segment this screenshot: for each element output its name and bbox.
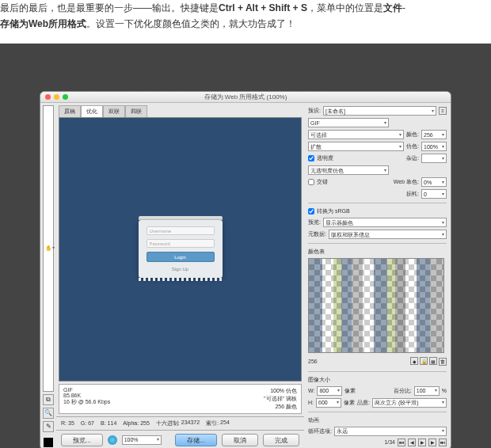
dark-backdrop: 存储为 Web 所用格式 (100%) ✋ ⧉ 🔍 ✎ 原稿 优化 双联 四联 … xyxy=(0,44,491,448)
quality-label: 品质: xyxy=(357,399,370,407)
cancel-button[interactable]: 取消 xyxy=(222,434,258,446)
loss-input[interactable]: 0 xyxy=(421,189,447,199)
colortable-label: 颜色表 xyxy=(308,248,325,256)
bottom-bar: 预览... 100% 存储... 取消 完成 xyxy=(56,430,304,449)
h-label: H: xyxy=(308,400,314,405)
loop-label: 循环选项: xyxy=(308,427,332,435)
done-button[interactable]: 完成 xyxy=(263,434,299,446)
settings-panel: 预设:[未命名]≡ GIF 可选择颜色:256 扩散仿色:100% 透明度杂边:… xyxy=(304,103,451,448)
stat-speed: 16 秒 @ 56.6 Kbps xyxy=(63,398,110,406)
quality-select[interactable]: 两次立方 (较平滑) xyxy=(372,398,447,408)
titlebar: 存储为 Web 所用格式 (100%) xyxy=(40,92,451,103)
format-select[interactable]: GIF xyxy=(308,118,389,127)
frame-indicator: 1/34 xyxy=(384,439,395,445)
interlaced-checkbox[interactable]: 交错 xyxy=(308,178,328,186)
animation-label: 动画 xyxy=(308,416,319,424)
first-frame-icon[interactable]: ⏮ xyxy=(398,439,405,446)
login-form-art: Username Password Login Sign Up xyxy=(139,220,223,278)
colors-input[interactable]: 256 xyxy=(421,130,447,139)
preview-tabs: 原稿 优化 双联 四联 xyxy=(56,103,304,117)
previewas-label: 预览: xyxy=(308,218,321,226)
dither-select[interactable]: 扩散 xyxy=(308,142,404,151)
loss-label: 损耗: xyxy=(406,190,419,198)
next-frame-icon[interactable]: ▶ xyxy=(428,439,436,446)
login-button-art: Login xyxy=(147,252,215,262)
last-frame-icon[interactable]: ⏭ xyxy=(439,439,447,446)
dialog-title: 存储为 Web 所用格式 (100%) xyxy=(40,93,451,101)
eyedropper-color[interactable] xyxy=(44,438,53,447)
prev-frame-icon[interactable]: ◀ xyxy=(408,439,416,446)
matte-select[interactable] xyxy=(421,154,447,163)
tab-original[interactable]: 原稿 xyxy=(59,105,81,117)
websnap-label: Web 靠色: xyxy=(394,178,419,186)
ct-delete-icon[interactable]: 🗑 xyxy=(439,358,447,366)
preview-canvas[interactable]: Username Password Login Sign Up xyxy=(59,117,302,382)
tab-2up[interactable]: 双联 xyxy=(103,105,125,117)
stat-palette: "可选择" 调板 xyxy=(264,395,297,403)
username-input: Username xyxy=(147,226,215,235)
websnap-input[interactable]: 0% xyxy=(421,177,447,187)
browser-preview-icon[interactable] xyxy=(108,435,117,445)
preset-label: 预设: xyxy=(308,107,321,115)
preset-select[interactable]: [未命名] xyxy=(323,106,436,116)
height-input[interactable]: 600 xyxy=(316,398,341,408)
preview-stats: GIF 85.86K 16 秒 @ 56.6 Kbps 100% 仿色 "可选择… xyxy=(59,384,302,414)
percent-input[interactable]: 100 xyxy=(414,386,440,396)
width-input[interactable]: 800 xyxy=(317,386,342,396)
w-label: W: xyxy=(308,388,314,393)
status-bar: R:35 G:67 B:114 Alpha:255 十六进制:234372 索引… xyxy=(56,416,304,430)
previewas-select[interactable]: 显示器颜色 xyxy=(323,218,447,227)
stat-format: GIF xyxy=(63,387,110,393)
dither-amt-input[interactable]: 100% xyxy=(421,142,447,151)
preset-menu-icon[interactable]: ≡ xyxy=(439,107,447,115)
metadata-select[interactable]: 版权和联系信息 xyxy=(329,230,447,239)
loop-select[interactable]: 永远 xyxy=(334,427,447,436)
imagesize-label: 图像大小 xyxy=(308,376,330,384)
signup-link-art: Sign Up xyxy=(147,267,215,271)
eyedropper-tool[interactable]: ✎ xyxy=(43,421,54,432)
zoom-tool[interactable]: 🔍 xyxy=(43,408,54,419)
color-table[interactable] xyxy=(308,258,444,353)
reduction-select[interactable]: 可选择 xyxy=(308,130,404,139)
save-for-web-dialog: 存储为 Web 所用格式 (100%) ✋ ⧉ 🔍 ✎ 原稿 优化 双联 四联 … xyxy=(40,91,451,448)
tab-optimized[interactable]: 优化 xyxy=(81,105,103,117)
colortable-count: 256 xyxy=(308,359,318,364)
transparency-checkbox[interactable]: 透明度 xyxy=(308,154,333,162)
hand-tool[interactable]: ✋ xyxy=(43,105,54,392)
matte-label: 杂边: xyxy=(406,154,419,162)
save-button[interactable]: 存储... xyxy=(175,434,217,446)
colors-label: 颜色: xyxy=(406,131,419,139)
intro-paragraph: 最后的最后，也是最重要的一步——输出。快捷键是Ctrl + Alt + Shif… xyxy=(0,0,491,44)
trans-dither-select[interactable]: 无透明度仿色 xyxy=(308,165,389,175)
ct-new-icon[interactable]: ▦ xyxy=(429,357,437,365)
toolbar: ✋ ⧉ 🔍 ✎ xyxy=(40,103,56,448)
play-icon[interactable]: ▶ xyxy=(418,439,426,446)
percent-label: 百分比: xyxy=(394,387,412,395)
password-input: Password xyxy=(147,239,215,248)
ct-lock-icon[interactable]: 🔒 xyxy=(420,357,428,365)
tab-4up[interactable]: 四联 xyxy=(125,105,147,117)
stat-colors: 256 颜色 xyxy=(264,403,297,411)
ct-action-icon[interactable]: ◆ xyxy=(410,357,418,365)
slice-tool[interactable]: ⧉ xyxy=(43,394,54,405)
metadata-label: 元数据: xyxy=(308,230,326,238)
preview-button[interactable]: 预览... xyxy=(61,434,103,446)
zoom-select[interactable]: 100% xyxy=(122,435,162,445)
convert-srgb-checkbox[interactable]: 转换为 sRGB xyxy=(308,207,350,215)
stat-size: 85.86K xyxy=(63,393,110,398)
stat-dither: 100% 仿色 xyxy=(264,387,297,395)
dither-amt-label: 仿色: xyxy=(406,142,419,150)
